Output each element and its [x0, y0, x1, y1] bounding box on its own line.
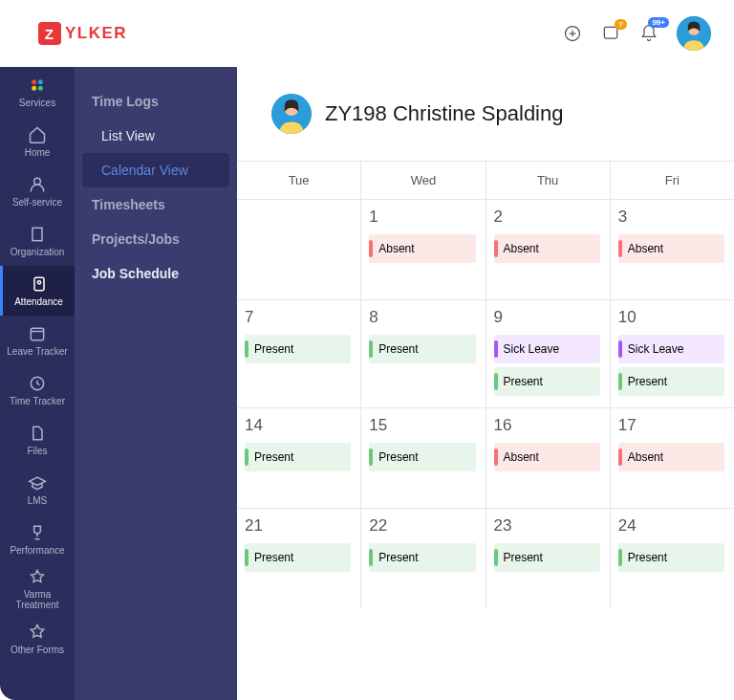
trophy-icon	[28, 523, 47, 542]
day-number: 8	[369, 308, 475, 327]
rail-label: LMS	[28, 495, 48, 506]
status-present[interactable]: Present	[369, 443, 475, 471]
clock-icon	[28, 374, 47, 393]
day-number: 14	[245, 416, 351, 435]
day-number: 10	[618, 308, 724, 327]
calendar-cell[interactable]: 24 Present	[611, 509, 734, 608]
status-label: Absent	[378, 242, 414, 255]
rail-label: Files	[27, 446, 47, 456]
day-number: 1	[369, 208, 475, 227]
rail-item-attendance[interactable]: Attendance	[0, 266, 75, 316]
brand-text: YLKER	[65, 24, 127, 43]
plus-circle-icon[interactable]	[562, 23, 583, 44]
main-panel: ZY198 Christine Spalding Tue Wed Thu Fri…	[237, 67, 734, 700]
calendar-row: 7 Present 8 Present 9 Sick Leave Present…	[237, 299, 734, 407]
rail-item-other-forms[interactable]: Other Forms	[0, 614, 75, 664]
status-present[interactable]: Present	[245, 443, 351, 471]
status-label: Absent	[504, 450, 539, 464]
day-number: 3	[618, 208, 724, 227]
subnav-item-job-schedule[interactable]: Job Schedule	[75, 256, 237, 291]
topbar: Z YLKER ? 99+	[0, 0, 734, 67]
bell-icon[interactable]: 99+	[638, 23, 659, 44]
status-label: Sick Leave	[628, 342, 684, 356]
status-present[interactable]: Present	[494, 367, 600, 396]
calendar-cell[interactable]: 3 Absent	[611, 200, 734, 299]
brand-logo[interactable]: Z YLKER	[38, 22, 127, 45]
star-icon	[28, 568, 47, 586]
calendar-row: 14 Present 15 Present 16 Absent 17 Absen…	[237, 407, 734, 508]
status-present[interactable]: Present	[245, 543, 351, 572]
app-body: Services Home Self-service Organization …	[0, 67, 734, 700]
day-number: 16	[494, 416, 600, 435]
calendar-cell[interactable]: 7 Present	[237, 300, 361, 407]
rail-item-files[interactable]: Files	[0, 415, 75, 465]
status-label: Present	[504, 551, 543, 564]
calendar-cell[interactable]: 8 Present	[361, 300, 486, 407]
rail-item-home[interactable]: Home	[0, 117, 75, 166]
status-sick-leave[interactable]: Sick Leave	[494, 335, 600, 363]
rail-item-organization[interactable]: Organization	[0, 216, 75, 266]
rail-item-lms[interactable]: LMS	[0, 465, 75, 514]
status-absent[interactable]: Absent	[618, 234, 724, 263]
home-icon	[28, 125, 47, 144]
subnav-item-list-view[interactable]: List View	[75, 119, 237, 153]
status-present[interactable]: Present	[369, 335, 475, 363]
rail-item-services[interactable]: Services	[0, 67, 75, 117]
calendar-cell[interactable]: 17 Absent	[611, 408, 734, 508]
status-label: Absent	[628, 450, 663, 464]
status-present[interactable]: Present	[245, 335, 351, 363]
star-icon	[28, 623, 47, 642]
calendar-cell[interactable]: 9 Sick Leave Present	[486, 300, 611, 407]
day-number: 22	[369, 516, 475, 536]
svg-point-7	[38, 79, 43, 84]
calendar-cell[interactable]: 16 Absent	[486, 408, 611, 508]
calendar-cell[interactable]: 15 Present	[361, 408, 486, 508]
rail-item-time-tracker[interactable]: Time Tracker	[0, 365, 75, 415]
calendar-icon	[28, 324, 47, 343]
status-present[interactable]: Present	[494, 543, 600, 572]
calendar-cell[interactable]	[237, 200, 361, 299]
status-absent[interactable]: Absent	[494, 443, 600, 471]
user-avatar-top[interactable]	[677, 16, 711, 51]
rail-item-self-service[interactable]: Self-service	[0, 166, 75, 216]
calendar-cell[interactable]: 22 Present	[361, 509, 486, 608]
status-present[interactable]: Present	[618, 367, 724, 396]
subnav-group-projects-jobs[interactable]: Projects/Jobs	[75, 222, 237, 256]
help-chat-icon[interactable]: ?	[600, 23, 621, 44]
subnav-group-timesheets[interactable]: Timesheets	[75, 187, 237, 222]
svg-point-10	[34, 178, 41, 185]
day-number: 17	[618, 416, 724, 435]
rail-item-leave-tracker[interactable]: Leave Tracker	[0, 316, 75, 365]
status-sick-leave[interactable]: Sick Leave	[618, 335, 724, 363]
svg-point-15	[37, 281, 40, 284]
status-absent[interactable]: Absent	[494, 234, 600, 263]
calendar-row: 1 Absent 2 Absent 3 Absent	[237, 199, 734, 299]
user-avatar[interactable]	[271, 94, 312, 134]
topbar-actions: ? 99+	[562, 16, 711, 51]
calendar-cell[interactable]: 14 Present	[237, 408, 361, 508]
calendar-cell[interactable]: 1 Absent	[361, 200, 486, 299]
help-badge: ?	[615, 19, 627, 30]
status-absent[interactable]: Absent	[618, 443, 724, 471]
status-label: Present	[378, 551, 418, 564]
calendar-cell[interactable]: 2 Absent	[486, 200, 611, 299]
status-absent[interactable]: Absent	[369, 234, 475, 263]
status-label: Present	[504, 375, 543, 388]
calendar-cell[interactable]: 21 Present	[237, 509, 361, 608]
svg-rect-3	[604, 27, 616, 38]
status-present[interactable]: Present	[618, 543, 724, 572]
svg-point-6	[32, 79, 36, 84]
calendar-cell[interactable]: 23 Present	[486, 509, 611, 608]
status-label: Present	[378, 342, 418, 356]
rail-label: Attendance	[14, 296, 63, 307]
status-present[interactable]: Present	[369, 543, 475, 572]
file-icon	[28, 424, 47, 443]
calendar-cell[interactable]: 10 Sick Leave Present	[611, 300, 734, 407]
rail-item-varma-treatment[interactable]: Varma Treatment	[0, 564, 75, 614]
status-label: Present	[254, 450, 293, 464]
brand-badge-icon: Z	[38, 22, 61, 45]
subnav: Time Logs List View Calendar View Timesh…	[75, 67, 237, 700]
subnav-item-calendar-view[interactable]: Calendar View	[82, 153, 229, 187]
rail-item-performance[interactable]: Performance	[0, 514, 75, 564]
day-number: 7	[245, 308, 351, 327]
